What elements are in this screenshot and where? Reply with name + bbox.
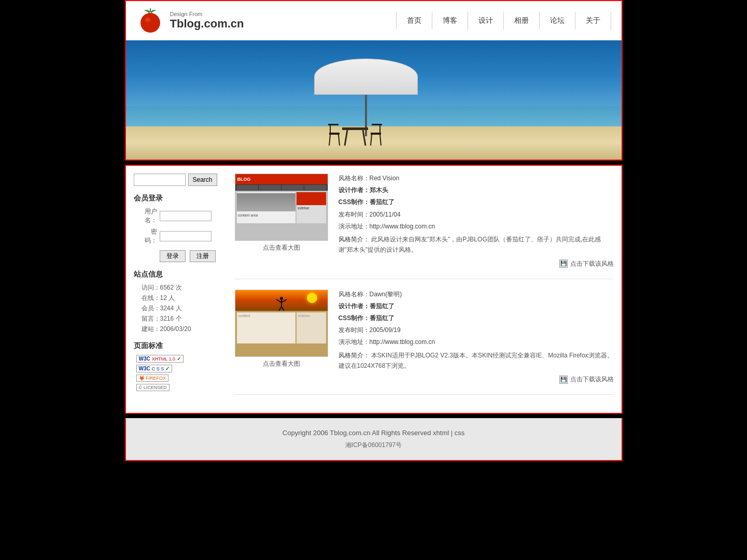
svg-rect-10: [328, 124, 339, 125]
theme-css-value-0: 番茄红了: [370, 198, 394, 206]
register-button[interactable]: 注册: [190, 250, 216, 262]
gap-top: [125, 161, 623, 165]
search-button[interactable]: Search: [188, 174, 217, 186]
svg-line-5: [363, 130, 365, 146]
theme-css-label-1: CSS制作：: [339, 314, 370, 322]
theme-name-value-1: Dawn(黎明): [370, 291, 402, 298]
nav-item-design[interactable]: 设计: [468, 12, 504, 30]
theme-css-line-0: CSS制作：番茄红了: [339, 197, 614, 207]
svg-point-16: [280, 297, 283, 300]
built-date: 建站：2006/03/20: [142, 325, 227, 334]
theme-demo-label-0: 演示地址：: [339, 223, 370, 230]
mini-nav-item-4: [304, 185, 327, 190]
theme-css-label-0: CSS制作：: [339, 198, 370, 206]
theme-designer-line-0: 设计作者：郑木头: [339, 185, 614, 195]
password-label: 密 码：: [139, 227, 157, 245]
mini-nav-item-3: [281, 185, 304, 190]
mini-side-text: sidebar: [297, 205, 326, 211]
site-info-list: 访问：6562 次 在线：12 人 会员：3244 人 留言：3216 个 建站…: [134, 283, 227, 334]
theme-thumbnail-0: BLOG content area: [235, 174, 328, 268]
theme-date-label-0: 发布时间：: [339, 211, 370, 218]
theme-item-1: content sidebar 点击查看大图 风格名称：Dawn(黎明): [235, 290, 614, 395]
dawn-sun: [307, 293, 317, 303]
beach-furniture: [324, 114, 386, 152]
icp-text: 湘ICP备06001797号: [136, 441, 611, 450]
svg-line-4: [345, 130, 347, 146]
gap-bottom: [125, 414, 623, 418]
download-icon-0: 💾: [559, 260, 568, 268]
mini-road: [237, 193, 295, 211]
download-link-0[interactable]: 点击下载该风格: [570, 260, 614, 268]
copyright-text: Copyright 2006 Tblog.com.cn All Rights R…: [136, 429, 611, 437]
svg-point-0: [140, 13, 160, 33]
theme-css-value-1: 番茄红了: [370, 314, 394, 322]
svg-line-8: [339, 135, 340, 146]
css-label: C S S: [152, 366, 164, 371]
mini-main: content area: [237, 192, 295, 223]
css-badge: W3C C S S ✓: [136, 365, 173, 372]
footer: Copyright 2006 Tblog.com.cn All Rights R…: [125, 418, 623, 461]
theme-designer-label-1: 设计作者：: [339, 303, 370, 310]
online-count: 在线：12 人: [142, 294, 227, 303]
members-count: 会员：3244 人: [142, 304, 227, 313]
nav-item-home[interactable]: 首页: [396, 12, 432, 30]
theme-desc-label-0: 风格简介：: [339, 236, 370, 243]
theme-info-0: 风格名称：Red Vision 设计作者：郑木头 CSS制作：番茄红了 发布时间…: [339, 174, 614, 268]
username-input[interactable]: [160, 211, 212, 221]
svg-line-18: [276, 299, 281, 303]
theme-demo-value-0: http://www.tblog.com.cn: [370, 223, 435, 230]
w3c-label-2: W3C: [139, 366, 150, 371]
dawn-side-text: sidebar: [297, 312, 326, 319]
theme-demo-line-1: 演示地址：http://www.tblog.com.cn: [339, 337, 614, 347]
nav-item-forum[interactable]: 论坛: [540, 12, 575, 30]
nav-item-album[interactable]: 相册: [504, 12, 540, 30]
svg-point-2: [145, 18, 150, 22]
mini-side: sidebar: [297, 192, 326, 223]
theme-designer-label-0: 设计作者：: [339, 186, 370, 194]
theme-demo-value-1: http://www.tblog.com.cn: [370, 338, 435, 346]
umbrella-canopy: [314, 59, 418, 95]
dawn-main: content: [237, 312, 295, 343]
download-link-1[interactable]: 点击下载该风格: [570, 375, 614, 384]
password-input[interactable]: [160, 231, 212, 241]
standards-list: W3C XHTML 1.0 ✓ W3C C S S ✓ 🦊 FIREFOX: [134, 355, 227, 391]
w3c-label-1: W3C: [139, 356, 150, 362]
download-icon-1: 💾: [559, 376, 568, 384]
theme-name-label-0: 风格名称：: [339, 175, 370, 182]
firefox-badge: 🦊 FIREFOX: [136, 375, 169, 382]
login-form: 用户名： 密 码： 登录 注册: [134, 207, 227, 262]
visits-count: 访问：6562 次: [142, 283, 227, 292]
theme-desc-label-1: 风格简介：: [339, 352, 370, 359]
theme-date-value-1: 2005/09/19: [370, 326, 401, 334]
site-name-label: Tblog.com.cn: [170, 17, 244, 31]
svg-line-12: [371, 135, 372, 146]
theme-footer-0: 💾 点击下载该风格: [339, 260, 614, 268]
theme-desc-0: 风格简介： 此风格设计来自网友"郑木头"，由PJBLOG团队（番茄红了、痞子）共…: [339, 234, 614, 255]
svg-rect-6: [329, 133, 340, 135]
firefox-label: 🦊 FIREFOX: [139, 376, 166, 381]
main-nav: 首页 博客 设计 相册 论坛 关于: [244, 12, 611, 30]
sidebar: Search 会员登录 用户名： 密 码：: [134, 174, 227, 405]
page-standards-title: 页面标准: [134, 341, 227, 351]
licensed-label: © LICENSED: [139, 385, 167, 390]
password-row: 密 码：: [139, 227, 227, 245]
nav-item-blog[interactable]: 博客: [432, 12, 468, 30]
svg-rect-3: [342, 127, 368, 130]
svg-rect-11: [371, 133, 381, 135]
username-label: 用户名：: [139, 207, 157, 225]
theme-thumbnail-1: content sidebar 点击查看大图: [235, 290, 328, 384]
theme-desc-1: 风格简介： 本SKIN适用于PJBLOG2 V2.3版本。本SKIN经测试完全兼…: [339, 350, 614, 371]
theme-demo-label-1: 演示地址：: [339, 338, 370, 346]
dawn-main-text: content: [237, 312, 295, 319]
theme-preview-1: content sidebar: [235, 290, 328, 357]
nav-item-about[interactable]: 关于: [575, 12, 611, 30]
theme-date-value-0: 2005/11/04: [370, 211, 401, 218]
messages-count: 留言：3216 个: [142, 314, 227, 323]
search-input[interactable]: [134, 174, 186, 186]
design-from-label: Design From: [170, 11, 244, 17]
login-button[interactable]: 登录: [160, 250, 186, 262]
view-large-link-1[interactable]: 点击查看大图: [235, 360, 328, 368]
theme-desc-value-1: 本SKIN适用于PJBLOG2 V2.3版本。本SKIN经测试完全兼容IE、Mo…: [339, 352, 613, 369]
view-large-link-0[interactable]: 点击查看大图: [235, 243, 328, 252]
svg-line-20: [279, 307, 281, 311]
